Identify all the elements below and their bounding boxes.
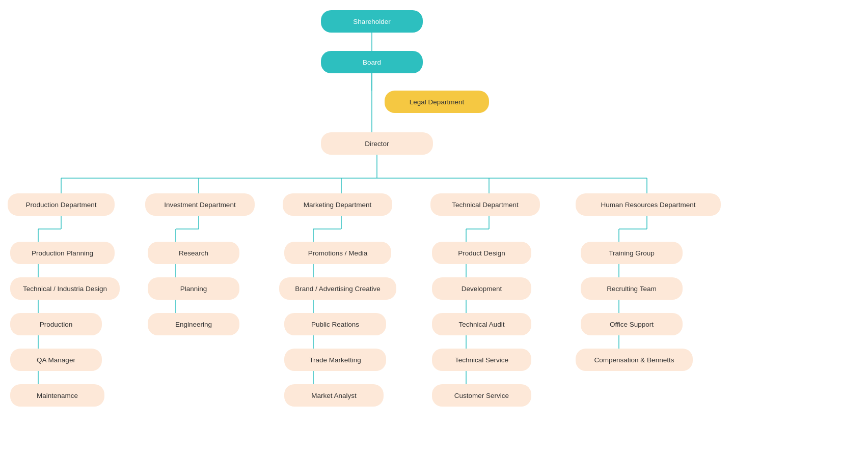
promo-media-node: Promotions / Media: [284, 242, 391, 264]
board-node: Board: [321, 51, 423, 73]
marketing-dept-node: Marketing Department: [283, 193, 392, 216]
director-node: Director: [321, 132, 433, 155]
shareholder-node: Shareholder: [321, 10, 423, 33]
development-node: Development: [432, 277, 531, 300]
recruiting-node: Recrulting Team: [581, 277, 683, 300]
production-dept-node: Production Department: [8, 193, 115, 216]
planning-node: Planning: [148, 277, 239, 300]
qa-manager-node: QA Manager: [10, 349, 102, 371]
org-chart: Shareholder Board Legal Department Direc…: [0, 0, 868, 459]
legal-dept-node: Legal Department: [385, 91, 489, 113]
tech-service-node: Technical Service: [432, 349, 531, 371]
prod-design-node: Product Design: [432, 242, 531, 264]
training-node: Training Group: [581, 242, 683, 264]
trade-mkt-node: Trade Marketting: [284, 349, 386, 371]
production-planning-node: Production Planning: [10, 242, 115, 264]
maintenance-node: Maintenamce: [10, 384, 104, 407]
compensation-node: Compensation & Bennetts: [576, 349, 693, 371]
research-node: Research: [148, 242, 239, 264]
mkt-analyst-node: Market Analyst: [284, 384, 384, 407]
tech-audit-node: Technical Audit: [432, 313, 531, 335]
office-support-node: Office Support: [581, 313, 683, 335]
public-rel-node: Public Reations: [284, 313, 386, 335]
investment-dept-node: Investment Department: [145, 193, 255, 216]
brand-adv-node: Brand / Advertising Creative: [279, 277, 396, 300]
technical-dept-node: Technical Department: [430, 193, 540, 216]
tech-ind-design-node: Technical / Industria Design: [10, 277, 120, 300]
hr-dept-node: Human Resources Department: [576, 193, 721, 216]
production-node: Production: [10, 313, 102, 335]
cust-service-node: Customer Service: [432, 384, 531, 407]
engineering-node: Engineering: [148, 313, 239, 335]
